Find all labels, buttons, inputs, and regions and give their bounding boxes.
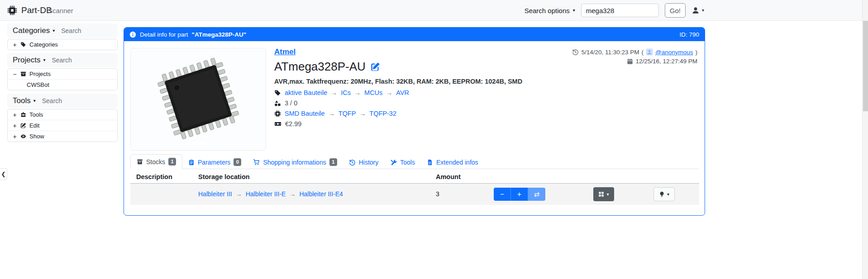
tab-stocks[interactable]: Stocks 1 bbox=[130, 154, 182, 169]
minus-icon: − bbox=[500, 190, 504, 199]
chevron-down-icon: ▾ bbox=[702, 8, 704, 13]
stock-stepper-group: − + ⇄ bbox=[494, 188, 545, 201]
tab-parameters[interactable]: Parameters 0 bbox=[182, 155, 247, 169]
arrow-right-icon: → bbox=[354, 89, 361, 96]
tag-icon bbox=[274, 90, 281, 96]
tree-item-projects[interactable]: − Projects bbox=[8, 69, 117, 79]
shapes-icon bbox=[274, 100, 281, 107]
add-stock-button[interactable]: + bbox=[511, 188, 528, 201]
expand-icon[interactable]: + bbox=[12, 41, 17, 48]
navbar-right-group: Search options ▾ Go! ▾ bbox=[525, 0, 704, 21]
projects-search-input[interactable] bbox=[51, 56, 112, 64]
part-name: ATmega328P-AU bbox=[274, 60, 366, 74]
part-image[interactable] bbox=[130, 48, 266, 151]
lightbulb-icon bbox=[659, 191, 665, 197]
storage-location-link[interactable]: Halbleiter III-E4 bbox=[299, 190, 343, 198]
part-db-app: Part-DB Scanner Search options ▾ Go! ▾ C… bbox=[0, 0, 868, 279]
stock-table-row: Halbleiter III → Halbleiter III-E → Halb… bbox=[130, 184, 699, 205]
collapse-icon[interactable]: − bbox=[12, 71, 17, 78]
tab-label: Tools bbox=[400, 159, 415, 166]
tab-history[interactable]: History bbox=[343, 156, 385, 169]
col-header-amount: Amount bbox=[436, 173, 461, 180]
edit-part-icon[interactable] bbox=[371, 62, 380, 71]
chip-photo bbox=[134, 52, 262, 147]
tree-item-show[interactable]: + Show bbox=[8, 131, 117, 142]
tree-item-label: Projects bbox=[29, 71, 51, 77]
tab-tools[interactable]: Tools bbox=[384, 156, 421, 169]
led-locate-dropdown[interactable]: ▾ bbox=[653, 187, 675, 201]
modified-datetime: 5/14/20, 11:30:23 PM bbox=[581, 49, 639, 56]
window-scrollbar[interactable] bbox=[862, 0, 868, 279]
scrollbar-thumb[interactable] bbox=[863, 21, 868, 111]
chevron-down-icon: ▾ bbox=[43, 58, 45, 62]
chevron-left-icon: ❮ bbox=[1, 171, 5, 177]
user-menu-dropdown[interactable]: ▾ bbox=[692, 6, 704, 14]
arrow-right-icon: → bbox=[359, 110, 366, 117]
sidebar-collapse-toggle[interactable]: ❮ bbox=[0, 168, 7, 180]
tab-shopping-informations[interactable]: Shopping informations 1 bbox=[247, 155, 343, 169]
search-options-dropdown[interactable]: Search options ▾ bbox=[525, 7, 575, 14]
tab-label: History bbox=[359, 159, 379, 166]
move-stock-button[interactable]: ⇄ bbox=[528, 188, 545, 201]
category-link[interactable]: MCUs bbox=[364, 89, 382, 96]
archive-box-icon bbox=[20, 71, 26, 77]
user-icon bbox=[692, 6, 700, 14]
storage-location-link[interactable]: Halbleiter III-E bbox=[246, 190, 286, 198]
arrow-right-icon: → bbox=[289, 190, 296, 198]
arrow-right-icon: → bbox=[236, 190, 242, 198]
alert-text: Detail info for part bbox=[140, 31, 188, 38]
edit-icon bbox=[20, 123, 26, 128]
tree-item-label: Show bbox=[29, 133, 44, 140]
categories-dropdown[interactable]: Categories ▾ bbox=[13, 26, 55, 35]
footprint-link[interactable]: SMD Bauteile bbox=[285, 110, 325, 117]
col-header-storage-location: Storage location bbox=[198, 173, 250, 180]
part-title-row: ATmega328P-AU bbox=[274, 60, 522, 74]
part-detail-card: Detail info for part "ATmega328P-AU" ID:… bbox=[124, 27, 705, 216]
footprint-link[interactable]: TQFP-32 bbox=[369, 110, 396, 117]
expand-icon[interactable]: + bbox=[12, 133, 17, 140]
search-go-button[interactable]: Go! bbox=[665, 3, 686, 18]
categories-tree: + Categories bbox=[7, 39, 118, 50]
withdraw-stock-button[interactable]: − bbox=[494, 188, 511, 201]
category-link[interactable]: aktive Bauteile bbox=[285, 89, 327, 96]
file-lines-icon bbox=[427, 159, 433, 166]
microchip-icon bbox=[274, 110, 281, 117]
brand-home-link[interactable]: Part-DB bbox=[7, 0, 52, 21]
projects-dropdown[interactable]: Projects ▾ bbox=[13, 56, 45, 65]
category-link[interactable]: AVR bbox=[396, 89, 409, 96]
category-link[interactable]: ICs bbox=[341, 89, 351, 96]
manufacturer-link[interactable]: Atmel bbox=[274, 47, 296, 57]
cart-icon bbox=[253, 159, 260, 166]
tools-search-input[interactable] bbox=[41, 97, 112, 105]
expand-icon[interactable]: + bbox=[12, 111, 17, 118]
tools-tree: + Tools + Edit + Show bbox=[7, 109, 118, 142]
modified-user-link[interactable]: @anonymous bbox=[655, 49, 693, 56]
expand-icon[interactable]: + bbox=[12, 122, 17, 129]
tools-dropdown[interactable]: Tools ▾ bbox=[13, 96, 36, 105]
tree-item-categories[interactable]: + Categories bbox=[8, 39, 117, 50]
chevron-down-icon: ▾ bbox=[573, 8, 575, 13]
amount-value: 3 bbox=[436, 190, 439, 198]
tree-item-label: Edit bbox=[29, 122, 39, 129]
created-row: 12/25/16, 12:27:49 PM bbox=[627, 58, 697, 65]
chevron-down-icon: ▾ bbox=[606, 192, 609, 197]
swap-arrows-icon: ⇄ bbox=[534, 190, 540, 199]
tree-item-edit[interactable]: + Edit bbox=[8, 120, 117, 131]
col-header-description: Description bbox=[136, 173, 172, 180]
eye-icon bbox=[20, 133, 26, 139]
tools-section-header: Tools ▾ bbox=[7, 94, 118, 108]
footprint-link[interactable]: TQFP bbox=[339, 110, 356, 117]
part-detail-header: Detail info for part "ATmega328P-AU" ID:… bbox=[124, 28, 705, 41]
label-generator-dropdown[interactable]: ▾ bbox=[593, 187, 614, 201]
nav-link-scanner[interactable]: Scanner bbox=[48, 0, 73, 21]
tab-extended-infos[interactable]: Extended infos bbox=[421, 156, 484, 169]
storage-location-link[interactable]: Halbleiter III bbox=[198, 190, 232, 198]
tree-item-tools[interactable]: + Tools bbox=[8, 109, 117, 120]
global-search-input[interactable] bbox=[581, 4, 659, 17]
tools-icon bbox=[390, 159, 397, 166]
tree-item-cwsbot[interactable]: CWSBot bbox=[8, 79, 117, 90]
categories-search-input[interactable] bbox=[60, 27, 112, 35]
history-icon bbox=[349, 159, 356, 166]
tab-label: Stocks bbox=[146, 158, 165, 166]
tag-icon bbox=[20, 42, 26, 47]
